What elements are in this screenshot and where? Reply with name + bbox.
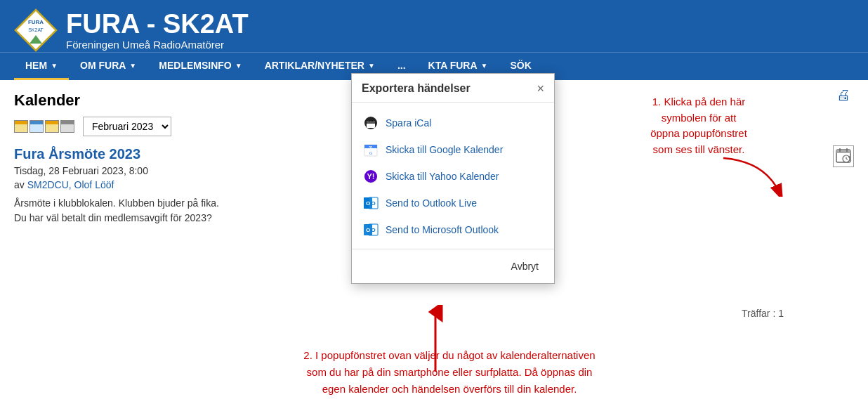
event-desc-line2: Du har väl betalt din medlemsavgift för … xyxy=(14,211,295,226)
site-header: FURA SK2AT FURA - SK2AT Föreningen Umeå … xyxy=(0,0,868,52)
event-title: Fura Årsmöte 2023 xyxy=(14,146,295,162)
nav-item-hem[interactable]: HEM ▼ xyxy=(14,53,69,80)
popup-item-google-label: Skicka till Google Kalender xyxy=(386,144,503,155)
svg-text:Y!: Y! xyxy=(367,172,375,181)
popup-item-outlook-label: Send to Microsoft Outlook xyxy=(386,224,499,235)
outlook-icon: O O xyxy=(363,222,379,237)
cancel-button[interactable]: Avbryt xyxy=(506,258,544,275)
calendar-icons xyxy=(14,120,74,133)
export-popup: Exportera händelser × Spara iCal xyxy=(351,73,555,284)
annotation-1: 1. Klicka på den här symbolen för att öp… xyxy=(590,87,829,200)
popup-item-ical-label: Spara iCal xyxy=(386,117,431,129)
chevron-down-icon: ▼ xyxy=(481,62,488,70)
svg-rect-15 xyxy=(367,121,375,124)
event-author: av SM2DCU, Olof Lööf xyxy=(14,179,295,190)
cal-mini-icon-4 xyxy=(60,120,74,133)
chevron-down-icon: ▼ xyxy=(129,62,136,70)
popup-title: Exportera händelser xyxy=(362,82,471,95)
event-date: Tisdag, 28 Februari 2023, 8:00 xyxy=(14,165,295,176)
popup-item-outlook-live-label: Send to Outlook Live xyxy=(386,197,477,209)
annotation-text-1: 1. Klicka på den här symbolen för att öp… xyxy=(590,94,829,157)
nav-label-more: ... xyxy=(397,60,406,71)
hits-counter: Träffar : 1 xyxy=(742,308,784,319)
popup-footer: Avbryt xyxy=(352,249,554,283)
annotation-1-line2: symbolen för att xyxy=(662,112,737,124)
nav-label-om-fura: OM FURA xyxy=(80,60,126,71)
event-author-link[interactable]: SM2DCU, Olof Lööf xyxy=(27,179,114,190)
svg-rect-7 xyxy=(836,150,850,153)
chevron-down-icon: ▼ xyxy=(368,62,375,70)
popup-item-outlook-live[interactable]: O O Send to Outlook Live xyxy=(352,190,554,216)
calendar-title: Kalender xyxy=(14,91,295,110)
annotation-arrow-right xyxy=(716,155,787,197)
site-title-block: FURA - SK2AT Föreningen Umeå RadioAmatör… xyxy=(66,10,249,51)
cal-mini-icon-3 xyxy=(45,120,59,133)
svg-text:FURA: FURA xyxy=(28,19,44,25)
svg-text:G: G xyxy=(369,151,373,155)
calendar-nav: Februari 2023 Mars 2023 Januari 2023 xyxy=(14,117,295,136)
svg-rect-17 xyxy=(371,119,373,122)
svg-rect-16 xyxy=(369,119,370,122)
cal-mini-icon-1 xyxy=(14,120,28,133)
annotation-1-line4: som ses till vänster. xyxy=(653,143,745,155)
calendar-export-icon[interactable] xyxy=(833,145,854,167)
popup-header: Exportera händelser × xyxy=(352,74,554,103)
export-calendar-svg xyxy=(836,148,851,163)
popup-item-outlook[interactable]: O O Send to Microsoft Outlook xyxy=(352,216,554,243)
popup-item-ical[interactable]: Spara iCal xyxy=(352,110,554,136)
print-icon[interactable]: 🖨 xyxy=(836,87,850,103)
event-author-prefix: av xyxy=(14,179,25,190)
svg-text:SK2AT: SK2AT xyxy=(28,27,44,32)
svg-text:O: O xyxy=(366,227,370,233)
nav-label-kta: KTA FURA xyxy=(428,60,478,71)
main-content: Kalender Februari 2023 Mars 2023 Januari… xyxy=(0,80,868,361)
popup-close-button[interactable]: × xyxy=(537,82,544,95)
yahoo-calendar-icon: Y! xyxy=(363,169,379,184)
logo-area: FURA SK2AT FURA - SK2AT Föreningen Umeå … xyxy=(14,8,249,52)
nav-item-om-fura[interactable]: OM FURA ▼ xyxy=(69,53,147,80)
annotation-text-2: 2. I popupfönstret ovan väljer du något … xyxy=(302,347,597,398)
outlook-live-icon: O O xyxy=(363,195,379,211)
nav-label-sok: SÖK xyxy=(510,60,531,71)
hits-label: Träffar : 1 xyxy=(742,308,784,319)
popup-item-google[interactable]: 31 G Skicka till Google Kalender xyxy=(352,136,554,163)
cal-mini-icon-2 xyxy=(29,120,44,133)
svg-text:O: O xyxy=(366,200,370,207)
ical-icon xyxy=(363,115,379,131)
nav-label-medlemsinfo: MEDLEMSINFO xyxy=(159,60,231,71)
calendar-section: Kalender Februari 2023 Mars 2023 Januari… xyxy=(14,91,295,226)
nav-label-hem: HEM xyxy=(25,60,47,71)
site-title: FURA - SK2AT xyxy=(66,10,249,39)
nav-item-medlemsinfo[interactable]: MEDLEMSINFO ▼ xyxy=(147,53,253,80)
action-icons-area: 🖨 xyxy=(833,87,854,167)
site-subtitle: Föreningen Umeå RadioAmatörer xyxy=(66,39,249,51)
popup-item-yahoo-label: Skicka till Yahoo Kalender xyxy=(386,171,499,182)
annotation-1-line3: öppna popupfönstret xyxy=(650,127,747,139)
month-selector[interactable]: Februari 2023 Mars 2023 Januari 2023 xyxy=(83,117,171,136)
popup-item-yahoo[interactable]: Y! Skicka till Yahoo Kalender xyxy=(352,163,554,190)
site-logo: FURA SK2AT xyxy=(14,8,58,52)
annotation-2: 2. I popupfönstret ovan väljer du något … xyxy=(302,347,597,398)
chevron-down-icon: ▼ xyxy=(51,62,58,70)
annotation-1-line1: 1. Klicka på den här xyxy=(652,96,746,107)
popup-body: Spara iCal 31 G Skicka till Google Kalen… xyxy=(352,103,554,243)
nav-label-artiklar: ARTIKLAR/NYHETER xyxy=(265,60,364,71)
svg-text:31: 31 xyxy=(369,145,373,150)
event-desc-line1: Årsmöte i klubblokalen. Klubben bjuder p… xyxy=(14,196,295,211)
google-calendar-icon: 31 G xyxy=(363,142,379,157)
chevron-down-icon: ▼ xyxy=(235,62,242,70)
event-description: Årsmöte i klubblokalen. Klubben bjuder p… xyxy=(14,196,295,226)
